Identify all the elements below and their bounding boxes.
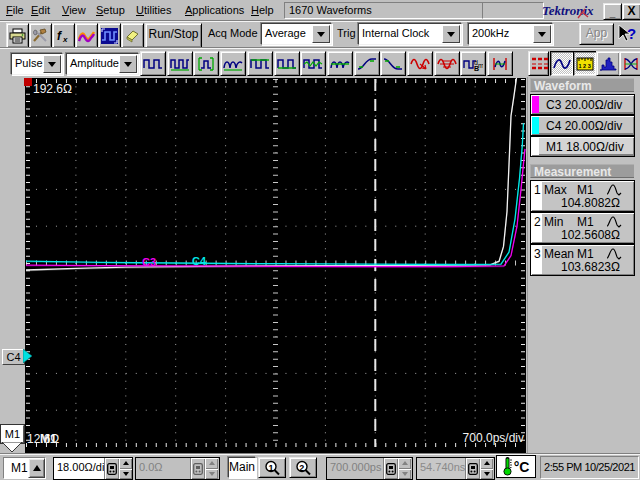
waveform-color-icon (78, 28, 95, 44)
measure-button-high[interactable] (247, 51, 273, 76)
acq-mode-value: Average (265, 27, 306, 39)
utilities-button[interactable] (29, 23, 52, 48)
measure-button-fall-time[interactable] (380, 51, 406, 76)
measure-button-frequency[interactable] (220, 51, 246, 76)
keypad-icon (386, 463, 396, 475)
help-pointer-icon[interactable]: ? (616, 24, 638, 44)
measure-category-dropdown-icon[interactable] (43, 55, 61, 73)
spin-down-button (205, 469, 218, 480)
measurement-row-max[interactable]: 1 Max M1 104.8082Ω (530, 180, 635, 212)
horizontal-position-control[interactable]: 54.740ns (416, 457, 495, 480)
view-button-cursors[interactable] (528, 51, 549, 76)
vertical-scale-spinner[interactable] (119, 458, 132, 479)
acq-mode-combobox[interactable]: Average (261, 23, 332, 45)
view-button-readout-view[interactable]: 1 2 3 (573, 51, 597, 76)
vertical-scale-control[interactable]: 18.00Ω/di (53, 457, 133, 480)
timebase-main-button[interactable]: Main (228, 457, 256, 478)
measure-button-width[interactable] (193, 51, 219, 76)
measure-button-period[interactable] (167, 51, 193, 76)
c4-color-chip (532, 117, 539, 134)
measurement-source: M1 (577, 215, 594, 229)
run-stop-button[interactable]: Run/Stop (145, 23, 202, 48)
view-button-histogram-view[interactable] (596, 51, 620, 76)
spin-up-button[interactable] (119, 458, 132, 469)
keypad-button[interactable] (466, 458, 480, 479)
waveform-color-button[interactable] (75, 23, 98, 48)
measure-button-dbm[interactable]: dBm (460, 51, 486, 76)
close-button[interactable]: X (622, 3, 640, 20)
spin-down-button[interactable] (119, 469, 132, 480)
waveform-select-combobox[interactable]: M1 (3, 457, 46, 479)
trigger-marker (24, 78, 32, 86)
waveform-row-c4[interactable]: C4 20.00Ω/div (530, 115, 635, 136)
measure-button-noise[interactable] (434, 51, 460, 76)
zoom2-button[interactable]: 2 (289, 457, 317, 478)
menu-help[interactable]: Help (251, 3, 274, 17)
minimize-glyph: _ (610, 7, 616, 18)
measure-button-rise-time[interactable] (354, 51, 380, 76)
c4-marker-label: C4 (6, 351, 20, 363)
view-button-waveform-view[interactable] (550, 51, 574, 76)
trig-freq-dropdown-icon[interactable] (533, 25, 551, 43)
tdr-setup-button[interactable] (98, 23, 121, 48)
waveform-select-dropup-icon[interactable] (28, 458, 45, 478)
measure-category-combobox[interactable]: Pulse (11, 53, 63, 75)
horizontal-position-spinner[interactable] (480, 458, 493, 479)
measure-button-mean[interactable] (327, 51, 353, 76)
acq-mode-label: Acq Mode (208, 27, 258, 39)
rise-time-icon (357, 56, 377, 72)
close-glyph: X (627, 4, 635, 18)
measure-button-jitter[interactable] (407, 51, 433, 76)
waveform-row-c3[interactable]: C3 20.00Ω/div (530, 94, 635, 115)
vertical-scale-value: 18.00Ω/di (57, 461, 104, 473)
measure-button-amplitude[interactable] (140, 51, 166, 76)
m1-position-marker[interactable]: M1 (1, 425, 24, 443)
formula-button[interactable]: f x (52, 23, 75, 48)
menu-view[interactable]: View (62, 3, 86, 17)
erase-button[interactable] (121, 23, 144, 48)
trig-source-dropdown-icon[interactable] (442, 25, 460, 43)
zoom1-button[interactable]: 1 (258, 457, 286, 478)
svg-text:2: 2 (299, 462, 304, 472)
trig-source-combobox[interactable]: Internal Clock (358, 23, 462, 45)
horizontal-scale-field: 700.000ps (327, 458, 384, 479)
minimize-button[interactable]: _ (603, 3, 622, 20)
vertical-top-value: 192.6Ω (33, 82, 72, 96)
measurement-row-min[interactable]: 2 Min M1 102.5608Ω (530, 212, 635, 244)
horizontal-scale-control: 700.000ps (326, 457, 413, 480)
horizontal-scale-spinner (398, 458, 411, 479)
spin-down-button[interactable] (480, 469, 493, 480)
print-button[interactable] (6, 23, 29, 48)
measure-type-dropdown-icon[interactable] (119, 55, 137, 73)
trig-freq-combobox[interactable]: 200kHz (468, 23, 553, 45)
vertical-scale-field[interactable]: 18.00Ω/di (54, 458, 105, 479)
measure-button-gated-wave[interactable] (487, 51, 513, 76)
horizontal-position-field[interactable]: 54.740ns (417, 458, 466, 479)
menu-utilities[interactable]: Utilities (136, 3, 171, 17)
app-button[interactable]: App (579, 23, 614, 45)
tools-icon (32, 28, 49, 44)
acq-mode-dropdown-icon[interactable] (312, 25, 330, 43)
waveform-view-icon (553, 56, 571, 72)
vertical-offset-value: 0.0Ω (139, 461, 163, 473)
measurement-index: 1 (534, 183, 541, 197)
menu-edit[interactable]: Edit (31, 3, 50, 17)
menu-file[interactable]: File (6, 3, 24, 17)
temperature-button[interactable]: °C (496, 455, 536, 478)
waveform-row-m1[interactable]: M1 18.00Ω/div (530, 136, 635, 157)
tdr-icon (101, 28, 118, 44)
measure-type-combobox[interactable]: Amplitude (66, 53, 139, 75)
measurement-row-mean[interactable]: 3 Mean M1 103.6823Ω (530, 244, 635, 276)
menu-applications[interactable]: Applications (185, 3, 244, 17)
trig-freq-value: 200kHz (472, 27, 509, 39)
c4-trace-label[interactable]: C4 (192, 255, 206, 267)
view-button-eye-diagram[interactable] (619, 51, 640, 76)
measure-button-low[interactable] (274, 51, 300, 76)
pulse-glyph-icon (606, 183, 622, 196)
c3-trace-label[interactable]: C3 (142, 256, 156, 268)
keypad-button[interactable] (105, 458, 119, 479)
spin-up-button[interactable] (480, 458, 493, 469)
c4-position-marker[interactable]: C4 (2, 349, 25, 365)
measure-button-overshoot[interactable] (300, 51, 326, 76)
menu-setup[interactable]: Setup (96, 3, 125, 17)
